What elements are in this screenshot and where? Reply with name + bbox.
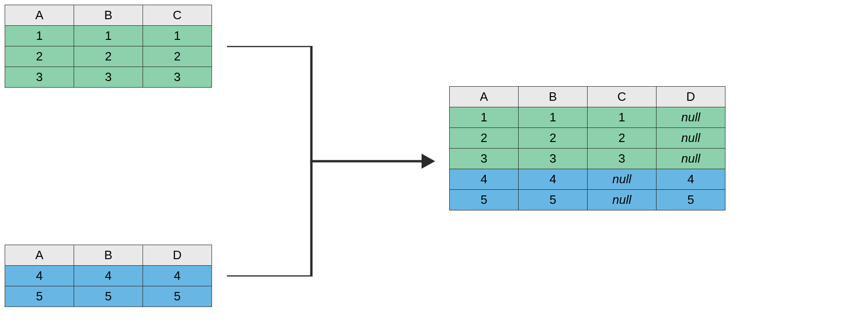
cell: 3 bbox=[5, 67, 74, 88]
cell: 3 bbox=[450, 149, 519, 169]
col-header: B bbox=[74, 245, 143, 266]
cell: 2 bbox=[450, 128, 519, 149]
cell-null: null bbox=[588, 190, 657, 210]
col-header: A bbox=[450, 87, 519, 107]
col-header: A bbox=[5, 5, 74, 26]
cell-null: null bbox=[657, 107, 725, 128]
table-row: 2 2 2 bbox=[5, 46, 212, 67]
cell: 1 bbox=[450, 107, 519, 128]
col-header: B bbox=[519, 87, 588, 107]
col-header: C bbox=[588, 87, 657, 107]
table-row: 4 4 null 4 bbox=[450, 169, 725, 190]
cell: 3 bbox=[74, 67, 143, 88]
cell: 4 bbox=[143, 266, 212, 286]
table-header-row: A B C D bbox=[450, 87, 725, 107]
cell: 4 bbox=[519, 169, 588, 190]
cell: 2 bbox=[519, 128, 588, 149]
cell: 5 bbox=[657, 190, 725, 210]
cell-null: null bbox=[657, 128, 725, 149]
cell: 2 bbox=[143, 46, 212, 67]
cell: 5 bbox=[143, 286, 212, 307]
col-header: C bbox=[143, 5, 212, 26]
cell: 3 bbox=[588, 149, 657, 169]
cell: 2 bbox=[74, 46, 143, 67]
table-row: 2 2 2 null bbox=[450, 128, 725, 149]
cell: 5 bbox=[5, 286, 74, 307]
table-row: 1 1 1 bbox=[5, 26, 212, 46]
cell: 1 bbox=[5, 26, 74, 46]
table-row: 4 4 4 bbox=[5, 266, 212, 286]
cell: 5 bbox=[450, 190, 519, 210]
input-table-2: A B D 4 4 4 5 5 5 bbox=[5, 245, 212, 307]
cell-null: null bbox=[657, 149, 725, 169]
cell: 4 bbox=[657, 169, 725, 190]
cell-null: null bbox=[588, 169, 657, 190]
merge-arrow-icon bbox=[227, 46, 443, 277]
cell: 1 bbox=[588, 107, 657, 128]
cell: 2 bbox=[5, 46, 74, 67]
cell: 4 bbox=[74, 266, 143, 286]
table-row: 3 3 3 bbox=[5, 67, 212, 88]
cell: 4 bbox=[5, 266, 74, 286]
cell: 5 bbox=[519, 190, 588, 210]
cell: 3 bbox=[519, 149, 588, 169]
cell: 1 bbox=[143, 26, 212, 46]
col-header: D bbox=[657, 87, 725, 107]
table-header-row: A B D bbox=[5, 245, 212, 266]
col-header: A bbox=[5, 245, 74, 266]
input-table-1: A B C 1 1 1 2 2 2 3 3 3 bbox=[5, 5, 212, 88]
table-row: 1 1 1 null bbox=[450, 107, 725, 128]
cell: 3 bbox=[143, 67, 212, 88]
cell: 5 bbox=[74, 286, 143, 307]
table-header-row: A B C bbox=[5, 5, 212, 26]
svg-marker-0 bbox=[422, 154, 435, 169]
table-row: 3 3 3 null bbox=[450, 149, 725, 169]
col-header: D bbox=[143, 245, 212, 266]
cell: 2 bbox=[588, 128, 657, 149]
cell: 1 bbox=[74, 26, 143, 46]
col-header: B bbox=[74, 5, 143, 26]
cell: 4 bbox=[450, 169, 519, 190]
output-table: A B C D 1 1 1 null 2 2 2 null 3 3 3 null… bbox=[449, 86, 725, 210]
table-row: 5 5 5 bbox=[5, 286, 212, 307]
table-row: 5 5 null 5 bbox=[450, 190, 725, 210]
cell: 1 bbox=[519, 107, 588, 128]
